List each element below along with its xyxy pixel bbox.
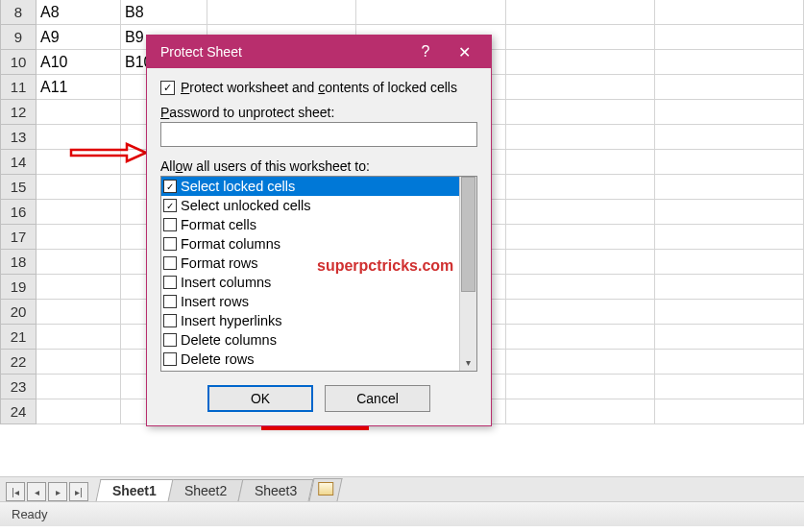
row-header[interactable]: 9 <box>0 25 37 50</box>
close-button[interactable]: ✕ <box>445 36 483 68</box>
tab-nav-prev[interactable]: ◂ <box>27 482 46 501</box>
sheet-tab[interactable]: Sheet1 <box>96 479 174 501</box>
row-header[interactable]: 21 <box>0 325 37 350</box>
permission-option[interactable]: Format columns <box>161 234 459 254</box>
cell[interactable] <box>655 150 804 175</box>
password-input[interactable] <box>160 122 477 147</box>
row-header[interactable]: 24 <box>0 399 37 424</box>
row-header[interactable]: 22 <box>0 350 37 375</box>
cell[interactable] <box>37 399 121 424</box>
cell[interactable] <box>655 25 804 50</box>
row-header[interactable]: 16 <box>0 200 37 225</box>
cell[interactable]: A8 <box>37 0 121 25</box>
permission-option[interactable]: Delete rows <box>161 350 459 369</box>
permission-checkbox[interactable] <box>163 295 177 308</box>
cell[interactable] <box>655 300 804 325</box>
cell[interactable] <box>37 300 121 325</box>
cell[interactable] <box>506 75 655 100</box>
row-header[interactable]: 10 <box>0 50 37 75</box>
cell[interactable] <box>655 200 804 225</box>
cell[interactable] <box>655 75 804 100</box>
cell[interactable] <box>506 0 655 25</box>
permission-option[interactable]: ✓Select unlocked cells <box>161 196 459 215</box>
permission-checkbox[interactable] <box>163 218 177 231</box>
cell[interactable] <box>37 250 121 275</box>
row-header[interactable]: 19 <box>0 275 37 300</box>
cell[interactable] <box>655 399 804 424</box>
row-header[interactable]: 20 <box>0 300 37 325</box>
cell[interactable] <box>506 275 655 300</box>
row-header[interactable]: 12 <box>0 100 37 125</box>
cell[interactable] <box>655 50 804 75</box>
cell[interactable] <box>655 275 804 300</box>
permission-option[interactable]: Format cells <box>161 215 459 234</box>
permission-checkbox[interactable] <box>163 276 177 289</box>
cell[interactable] <box>37 100 121 125</box>
row-header[interactable]: 11 <box>0 75 37 100</box>
permission-option[interactable]: ✓Select locked cells <box>161 177 459 196</box>
cell[interactable] <box>506 350 655 375</box>
tab-nav-first[interactable]: |◂ <box>6 482 25 501</box>
row-header[interactable]: 17 <box>0 225 37 250</box>
cell[interactable] <box>655 100 804 125</box>
cell[interactable] <box>37 225 121 250</box>
cell[interactable] <box>506 375 655 399</box>
permission-checkbox[interactable]: ✓ <box>163 199 177 212</box>
permission-option[interactable]: Insert columns <box>161 273 459 292</box>
cell[interactable] <box>506 200 655 225</box>
cell[interactable] <box>655 175 804 200</box>
cell[interactable] <box>655 375 804 399</box>
scrollbar-down-arrow[interactable]: ▾ <box>461 355 475 369</box>
row-header[interactable]: 14 <box>0 150 37 175</box>
scrollbar-thumb[interactable] <box>461 177 475 292</box>
cell[interactable] <box>37 275 121 300</box>
row-header[interactable]: 15 <box>0 175 37 200</box>
cell[interactable] <box>655 350 804 375</box>
row-header[interactable]: 18 <box>0 250 37 275</box>
permission-option[interactable]: Insert hyperlinks <box>161 311 459 330</box>
permission-checkbox[interactable] <box>163 237 177 251</box>
cell[interactable] <box>506 325 655 350</box>
cell[interactable]: B8 <box>121 0 207 25</box>
sheet-tab[interactable]: Sheet2 <box>167 479 243 501</box>
cell[interactable] <box>506 300 655 325</box>
cell[interactable] <box>655 225 804 250</box>
permission-checkbox[interactable]: ✓ <box>163 180 177 193</box>
cancel-button[interactable]: Cancel <box>325 385 430 412</box>
permission-checkbox[interactable] <box>163 352 177 366</box>
cell[interactable] <box>356 0 505 25</box>
listbox-scrollbar[interactable]: ▾ <box>459 177 476 371</box>
help-button[interactable]: ? <box>406 36 445 68</box>
cell[interactable] <box>506 50 655 75</box>
cell[interactable]: A10 <box>37 50 121 75</box>
cell[interactable] <box>655 0 804 25</box>
ok-button[interactable]: OK <box>207 385 313 412</box>
permission-checkbox[interactable] <box>163 256 177 270</box>
cell[interactable] <box>37 375 121 399</box>
cell[interactable] <box>655 125 804 150</box>
tab-nav-last[interactable]: ▸| <box>69 482 88 501</box>
cell[interactable] <box>506 150 655 175</box>
cell[interactable] <box>37 350 121 375</box>
cell[interactable] <box>37 175 121 200</box>
sheet-tab[interactable]: Sheet3 <box>238 479 314 501</box>
cell[interactable] <box>506 100 655 125</box>
cell[interactable]: A11 <box>37 75 121 100</box>
permission-checkbox[interactable] <box>163 333 177 347</box>
new-sheet-tab[interactable] <box>308 478 342 501</box>
cell[interactable] <box>506 125 655 150</box>
protect-checkbox[interactable]: ✓ <box>160 81 175 95</box>
cell[interactable] <box>37 200 121 225</box>
cell[interactable] <box>207 0 356 25</box>
permission-option[interactable]: Delete columns <box>161 330 459 350</box>
cell[interactable] <box>506 25 655 50</box>
tab-nav-next[interactable]: ▸ <box>48 482 67 501</box>
permission-option[interactable]: Insert rows <box>161 292 459 311</box>
cell[interactable] <box>506 175 655 200</box>
row-header[interactable]: 8 <box>0 0 37 25</box>
cell[interactable] <box>655 250 804 275</box>
cell[interactable] <box>506 399 655 424</box>
cell[interactable] <box>506 250 655 275</box>
row-header[interactable]: 23 <box>0 375 37 399</box>
cell[interactable] <box>37 325 121 350</box>
